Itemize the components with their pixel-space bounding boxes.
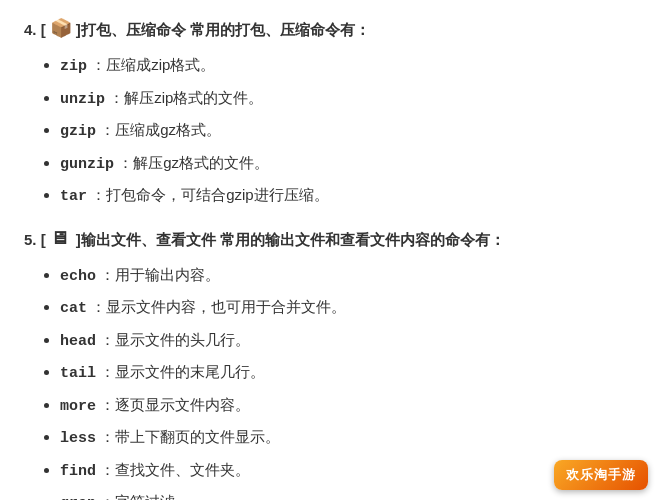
cmd-unzip-desc: ：解压zip格式的文件。	[109, 89, 263, 106]
section-4-list: zip ：压缩成zip格式。 unzip ：解压zip格式的文件。 gzip ：…	[24, 52, 634, 210]
cmd-grep: grep	[60, 495, 96, 500]
cmd-gunzip-desc: ：解压gz格式的文件。	[118, 154, 269, 171]
cmd-more: more	[60, 398, 96, 415]
list-item: cat ：显示文件内容，也可用于合并文件。	[60, 294, 634, 322]
list-item: echo ：用于输出内容。	[60, 262, 634, 290]
list-item: head ：显示文件的头几行。	[60, 327, 634, 355]
cmd-gunzip: gunzip	[60, 156, 114, 173]
section-5-list: echo ：用于输出内容。 cat ：显示文件内容，也可用于合并文件。 head…	[24, 262, 634, 501]
cmd-unzip: unzip	[60, 91, 105, 108]
list-item: gzip ：压缩成gz格式。	[60, 117, 634, 145]
cmd-more-desc: ：逐页显示文件内容。	[100, 396, 250, 413]
cmd-tar-desc: ：打包命令，可结合gzip进行压缩。	[91, 186, 329, 203]
cmd-find-desc: ：查找文件、文件夹。	[100, 461, 250, 478]
cmd-gzip-desc: ：压缩成gz格式。	[100, 121, 221, 138]
cmd-cat-desc: ：显示文件内容，也可用于合并文件。	[91, 298, 346, 315]
cmd-find: find	[60, 463, 96, 480]
page-content: 4. [ 📦 ]打包、压缩命令 常用的打包、压缩命令有： zip ：压缩成zip…	[24, 18, 634, 500]
watermark-text: 欢乐淘手游	[566, 467, 636, 482]
cmd-less: less	[60, 430, 96, 447]
cmd-zip-desc: ：压缩成zip格式。	[91, 56, 215, 73]
cmd-cat: cat	[60, 300, 87, 317]
cmd-zip: zip	[60, 58, 87, 75]
list-item: find ：查找文件、文件夹。	[60, 457, 634, 485]
cmd-gzip: gzip	[60, 123, 96, 140]
list-item: more ：逐页显示文件内容。	[60, 392, 634, 420]
section-4-icon: 📦	[50, 19, 72, 41]
cmd-echo: echo	[60, 268, 96, 285]
watermark: 欢乐淘手游	[554, 460, 648, 490]
list-item: gunzip ：解压gz格式的文件。	[60, 150, 634, 178]
cmd-less-desc: ：带上下翻页的文件显示。	[100, 428, 280, 445]
section-4-header: 4. [ 📦 ]打包、压缩命令 常用的打包、压缩命令有：	[24, 18, 634, 42]
section-4-number: 4. [	[24, 18, 46, 42]
cmd-tar: tar	[60, 188, 87, 205]
section-5-number: 5. [	[24, 228, 46, 252]
cmd-tail-desc: ：显示文件的末尾几行。	[100, 363, 265, 380]
cmd-head: head	[60, 333, 96, 350]
list-item: zip ：压缩成zip格式。	[60, 52, 634, 80]
section-5-header: 5. [ 🖥 ]输出文件、查看文件 常用的输出文件和查看文件内容的命令有：	[24, 228, 634, 252]
section-5-title: ]输出文件、查看文件 常用的输出文件和查看文件内容的命令有：	[76, 228, 505, 252]
section-5: 5. [ 🖥 ]输出文件、查看文件 常用的输出文件和查看文件内容的命令有： ec…	[24, 228, 634, 501]
list-item: less ：带上下翻页的文件显示。	[60, 424, 634, 452]
cmd-tail: tail	[60, 365, 96, 382]
cmd-grep-desc: ：字符过滤。	[100, 493, 190, 500]
section-4: 4. [ 📦 ]打包、压缩命令 常用的打包、压缩命令有： zip ：压缩成zip…	[24, 18, 634, 210]
cmd-echo-desc: ：用于输出内容。	[100, 266, 220, 283]
section-4-title: ]打包、压缩命令 常用的打包、压缩命令有：	[76, 18, 370, 42]
list-item: grep ：字符过滤。	[60, 489, 634, 500]
cmd-head-desc: ：显示文件的头几行。	[100, 331, 250, 348]
list-item: tar ：打包命令，可结合gzip进行压缩。	[60, 182, 634, 210]
section-5-icon: 🖥	[50, 229, 72, 251]
list-item: unzip ：解压zip格式的文件。	[60, 85, 634, 113]
list-item: tail ：显示文件的末尾几行。	[60, 359, 634, 387]
